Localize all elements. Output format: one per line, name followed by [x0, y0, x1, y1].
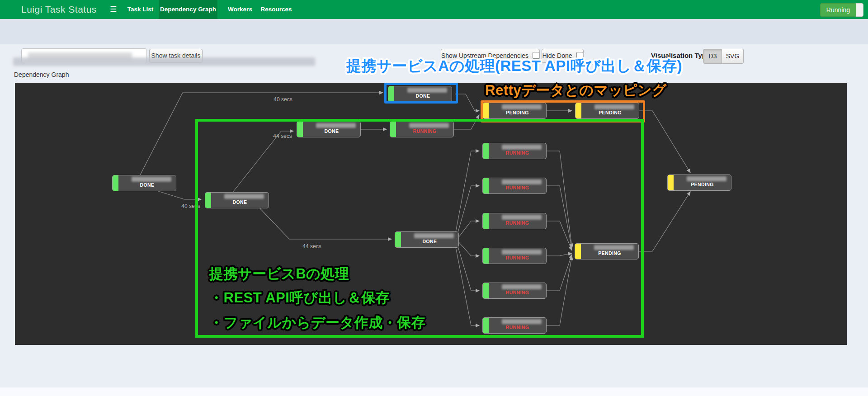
tab-resources[interactable]: Resources [258, 0, 295, 19]
task-node-running-1[interactable]: RUNNING [482, 143, 547, 159]
dependency-edge [639, 111, 690, 173]
status-bar [483, 283, 489, 298]
status-label: DONE [118, 182, 176, 188]
edge-duration-label: 44 secs [302, 243, 321, 250]
task-node-running-2[interactable]: RUNNING [482, 178, 547, 194]
status-bar [483, 248, 489, 264]
task-node-left-done[interactable]: DONE [112, 175, 176, 191]
redacted-task-name [502, 284, 542, 289]
tab-workers[interactable]: Workers [222, 0, 258, 19]
redacted-task-name [132, 177, 171, 182]
redacted-task-name [316, 123, 356, 128]
task-node-running-5[interactable]: RUNNING [482, 283, 547, 299]
status-label: PENDING [489, 110, 546, 115]
task-node-center-pending[interactable]: PENDING [575, 243, 639, 259]
redacted-task-title [13, 57, 315, 66]
status-bar [483, 318, 489, 333]
running-status-label: Running [820, 3, 856, 17]
status-bar [297, 122, 303, 137]
vis-type-d3-button[interactable]: D3 [703, 49, 722, 64]
redacted-task-name [502, 215, 542, 220]
redacted-task-name [594, 245, 634, 250]
dependency-edge [459, 242, 479, 256]
dependency-edge [547, 151, 572, 247]
status-bar [576, 103, 581, 118]
task-node-mid-done[interactable]: DONE [205, 192, 269, 208]
vis-type-svg-button[interactable]: SVG [722, 49, 744, 64]
app-title: Luigi Task Status [21, 0, 97, 19]
tab-task-list[interactable]: Task List [122, 0, 159, 19]
hamburger-menu-icon[interactable]: ☰ [110, 0, 117, 19]
status-bar [395, 232, 401, 247]
dependency-edge [260, 208, 392, 239]
status-bar [575, 244, 581, 259]
redacted-task-name [224, 194, 264, 199]
task-node-top-done[interactable]: DONE [297, 121, 361, 137]
task-node-center-done[interactable]: DONE [395, 231, 459, 248]
navbar: Luigi Task Status ☰ Task List Dependency… [0, 0, 868, 19]
bottom-strip [0, 387, 868, 396]
status-label: RUNNING [489, 185, 546, 190]
dependency-edge [458, 186, 479, 234]
task-node-blue-done[interactable]: DONE [388, 86, 452, 102]
redacted-task-name [407, 88, 447, 93]
status-label: RUNNING [489, 220, 546, 226]
status-label: RUNNING [396, 128, 453, 134]
status-label: PENDING [581, 250, 638, 256]
status-bar [390, 122, 396, 137]
annotation-service-b-line2: ・ファイルからデータ作成・保存 [209, 313, 425, 332]
status-bar [483, 178, 489, 193]
edge-duration-label: 40 secs [274, 96, 292, 103]
task-node-running-6[interactable]: RUNNING [482, 317, 547, 334]
dependency-edge [458, 245, 479, 291]
edge-duration-label: 44 secs [273, 133, 292, 139]
status-label: RUNNING [489, 150, 546, 156]
dependency-edge [456, 247, 479, 325]
redacted-task-name [409, 123, 449, 128]
status-bar [388, 86, 394, 102]
status-label: RUNNING [489, 325, 546, 330]
dependency-edge [547, 253, 572, 256]
status-label: PENDING [674, 182, 731, 187]
tab-dependency-graph[interactable]: Dependency Graph [159, 0, 217, 19]
status-label: DONE [211, 199, 269, 205]
running-status-segment [856, 3, 863, 17]
status-label: RUNNING [489, 255, 546, 260]
redacted-task-name [687, 176, 726, 181]
status-bar [205, 193, 211, 208]
dependency-edge [455, 94, 479, 111]
redacted-task-name [502, 250, 542, 255]
status-bar [483, 103, 489, 118]
annotation-service-b-title: 提携サービスBの処理 [209, 264, 349, 283]
task-node-pending-a1[interactable]: PENDING [482, 103, 547, 119]
task-node-pending-a2[interactable]: PENDING [575, 103, 639, 119]
status-label: DONE [303, 128, 360, 134]
section-label: Dependency Graph [14, 71, 69, 78]
dependency-graph-canvas[interactable]: 40 secs40 secs44 secs44 secs DONEDONEDON… [15, 83, 847, 345]
task-node-right-pending[interactable]: PENDING [667, 174, 731, 191]
status-bar [113, 175, 118, 191]
toolbar: Show task details Show Upstream Dependen… [0, 19, 868, 44]
task-node-running-3[interactable]: RUNNING [482, 213, 547, 229]
redacted-task-name [502, 179, 542, 184]
edge-duration-label: 40 secs [181, 203, 200, 209]
annotation-service-b-line1: ・REST API呼び出し＆保存 [209, 288, 390, 307]
task-node-running-4[interactable]: RUNNING [482, 248, 547, 264]
task-node-top-running[interactable]: RUNNING [390, 121, 454, 137]
status-bar [483, 143, 489, 159]
redacted-task-name [594, 104, 634, 109]
dependency-edge [547, 255, 572, 291]
status-label: PENDING [581, 110, 639, 115]
status-bar [668, 175, 674, 190]
status-label: DONE [394, 93, 452, 99]
redacted-task-name [502, 145, 542, 150]
dependency-edge [639, 192, 690, 251]
dependency-edge [454, 115, 479, 129]
dependency-edge [459, 221, 479, 237]
redacted-task-name [414, 233, 454, 238]
running-status-button[interactable]: Running [820, 3, 863, 17]
luigi-page: Luigi Task Status ☰ Task List Dependency… [0, 0, 868, 396]
status-bar [483, 213, 489, 229]
dependency-edge [547, 221, 572, 250]
redacted-task-name [502, 319, 542, 324]
